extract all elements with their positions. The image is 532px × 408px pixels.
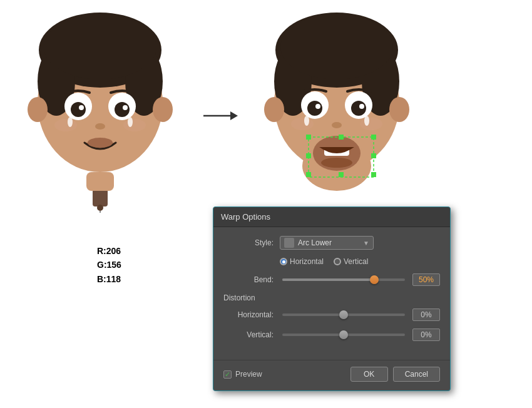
orientation-group: Horizontal Vertical — [280, 257, 440, 266]
preview-label: Preview — [235, 370, 262, 379]
style-label: Style: — [223, 238, 274, 247]
h-dist-slider-track[interactable] — [282, 314, 405, 316]
vertical-radio-label: Vertical — [344, 257, 368, 266]
cancel-button[interactable]: Cancel — [393, 367, 440, 382]
svg-rect-54 — [339, 172, 344, 177]
svg-point-40 — [291, 118, 314, 130]
svg-rect-51 — [306, 153, 311, 158]
bend-slider-track[interactable] — [282, 278, 405, 281]
svg-rect-47 — [309, 137, 374, 177]
bend-slider-container — [280, 278, 407, 281]
style-icon — [284, 238, 294, 248]
v-dist-slider-track[interactable] — [282, 334, 405, 336]
ok-button[interactable]: OK — [350, 367, 388, 382]
svg-point-37 — [351, 101, 366, 116]
distortion-label: Distortion — [223, 293, 440, 302]
dialog-body: Style: Arc Lower ▼ Horizontal Vertic — [213, 227, 450, 357]
bend-slider-thumb[interactable] — [370, 275, 379, 284]
svg-point-14 — [115, 102, 130, 117]
radio-inner-dot — [282, 260, 285, 263]
svg-point-7 — [44, 14, 156, 79]
svg-point-16 — [95, 123, 105, 130]
vertical-radio-circle — [334, 258, 341, 265]
bend-row: Bend: 50% — [223, 273, 440, 286]
svg-point-39 — [332, 122, 342, 128]
svg-point-13 — [79, 105, 84, 110]
bend-value[interactable]: 50% — [412, 273, 440, 286]
face-left — [19, 13, 182, 213]
svg-point-42 — [304, 116, 309, 126]
svg-point-19 — [68, 117, 73, 127]
svg-rect-52 — [371, 153, 376, 158]
svg-rect-55 — [371, 172, 376, 177]
svg-rect-49 — [339, 135, 344, 140]
svg-point-20 — [128, 117, 133, 127]
svg-rect-53 — [306, 172, 311, 177]
bend-slider-fill — [282, 278, 374, 281]
svg-rect-48 — [306, 135, 311, 140]
style-row: Style: Arc Lower ▼ — [223, 236, 440, 250]
svg-point-43 — [364, 116, 369, 126]
dialog-title: Warp Options — [213, 207, 450, 227]
r-value: R:206 — [97, 244, 121, 258]
horizontal-dist-label: Horizontal: — [223, 310, 274, 319]
svg-point-38 — [359, 104, 364, 109]
svg-point-1 — [97, 205, 103, 211]
right-face-svg — [250, 13, 426, 219]
chevron-down-icon: ▼ — [363, 240, 369, 247]
svg-point-9 — [153, 97, 173, 122]
svg-rect-22 — [86, 172, 114, 191]
h-dist-slider-container — [280, 314, 407, 316]
svg-point-35 — [307, 101, 322, 116]
color-info: R:206 G:156 B:118 — [97, 244, 121, 286]
svg-point-41 — [360, 118, 382, 130]
selection-handles — [304, 135, 379, 185]
v-dist-thumb[interactable] — [339, 330, 348, 339]
v-dist-value[interactable]: 0% — [412, 329, 440, 341]
svg-marker-24 — [230, 111, 238, 120]
dialog-title-text: Warp Options — [221, 212, 270, 222]
dialog-footer: ✓ Preview OK Cancel — [213, 360, 450, 390]
footer-buttons: OK Cancel — [350, 367, 440, 382]
style-dropdown[interactable]: Arc Lower ▼ — [280, 236, 374, 250]
svg-point-30 — [280, 14, 393, 79]
checkbox-icon: ✓ — [223, 370, 232, 379]
svg-point-32 — [389, 97, 409, 122]
svg-point-36 — [315, 104, 320, 109]
v-distortion-row: Vertical: 0% — [223, 329, 440, 341]
svg-point-17 — [54, 119, 77, 131]
warp-dialog: Warp Options Style: Arc Lower ▼ Horizont… — [213, 207, 451, 391]
h-dist-thumb[interactable] — [339, 310, 348, 319]
face-right — [250, 13, 426, 219]
svg-point-18 — [123, 119, 146, 131]
left-face-svg — [19, 13, 182, 213]
svg-point-8 — [28, 97, 48, 122]
vertical-radio[interactable]: Vertical — [334, 257, 368, 266]
vertical-dist-label: Vertical: — [223, 330, 274, 339]
g-value: G:156 — [97, 258, 121, 272]
svg-rect-50 — [371, 135, 376, 140]
b-value: B:118 — [97, 272, 121, 286]
preview-checkbox[interactable]: ✓ Preview — [223, 370, 262, 379]
h-dist-value[interactable]: 0% — [412, 309, 440, 321]
horizontal-radio-circle — [280, 258, 287, 265]
bend-label: Bend: — [223, 275, 274, 284]
v-dist-slider-container — [280, 334, 407, 336]
canvas: R:206 G:156 B:118 — [0, 0, 532, 408]
svg-point-15 — [123, 105, 128, 110]
horizontal-radio-label: Horizontal — [290, 257, 324, 266]
arrow-indicator — [200, 106, 238, 125]
style-value: Arc Lower — [298, 238, 332, 247]
horizontal-radio[interactable]: Horizontal — [280, 257, 324, 266]
svg-point-21 — [88, 138, 113, 148]
svg-point-12 — [71, 102, 86, 117]
h-distortion-row: Horizontal: 0% — [223, 309, 440, 321]
svg-point-31 — [264, 97, 284, 122]
